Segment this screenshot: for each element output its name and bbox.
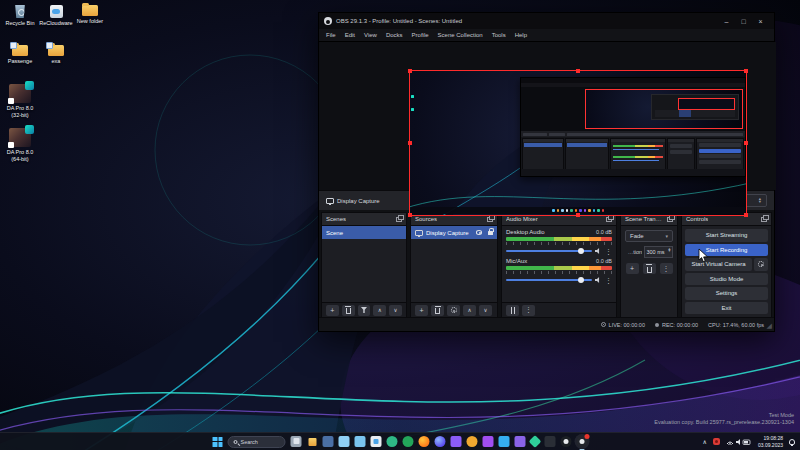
menu-profile[interactable]: Profile	[408, 30, 433, 40]
mixer-menu-button[interactable]	[522, 305, 535, 316]
desktop-icon-passenge[interactable]: Passenge	[2, 45, 38, 65]
selection-handle[interactable]	[744, 141, 748, 145]
taskbar-app-icon[interactable]	[323, 436, 334, 447]
selection-handle[interactable]	[408, 141, 412, 145]
add-transition-button[interactable]	[626, 263, 639, 274]
taskbar-visual-studio-icon[interactable]	[515, 436, 526, 447]
menu-tools[interactable]: Tools	[488, 30, 510, 40]
transition-properties-button[interactable]	[660, 263, 673, 274]
taskbar-app-icon[interactable]	[451, 436, 462, 447]
slider-knob[interactable]	[578, 277, 584, 283]
tray-status-icons[interactable]	[726, 438, 752, 446]
taskbar-app-icon[interactable]	[339, 436, 350, 447]
desktop-icon-dapro-64[interactable]: DA Pro 8.0 (64-bit)	[2, 128, 38, 162]
popout-icon[interactable]	[396, 217, 402, 222]
taskbar-app-icon[interactable]	[467, 436, 478, 447]
add-scene-button[interactable]	[326, 305, 339, 316]
move-source-down-button[interactable]	[479, 305, 492, 316]
mixer-settings-button[interactable]	[506, 305, 519, 316]
volume-slider[interactable]	[506, 250, 592, 252]
popout-icon[interactable]	[487, 217, 493, 222]
speaker-icon[interactable]	[595, 277, 602, 283]
popout-icon[interactable]	[667, 217, 673, 222]
minimize-button[interactable]	[718, 13, 735, 29]
remove-scene-button[interactable]	[342, 305, 355, 316]
slider-knob[interactable]	[578, 248, 584, 254]
taskbar-browser-icon[interactable]	[387, 436, 398, 447]
channel-menu-icon[interactable]: ⋮	[605, 277, 612, 284]
menu-scene-collection[interactable]: Scene Collection	[434, 30, 487, 40]
desktop-icon-recloudware[interactable]: ReCloudware	[38, 5, 74, 27]
start-recording-button[interactable]: Start Recording	[685, 244, 768, 257]
lock-icon[interactable]	[488, 231, 493, 235]
selection-handle[interactable]	[744, 69, 748, 73]
studio-mode-button[interactable]: Studio Mode	[685, 273, 768, 286]
virtual-camera-settings-button[interactable]	[754, 258, 768, 271]
move-scene-up-button[interactable]	[373, 305, 386, 316]
remove-source-button[interactable]	[431, 305, 444, 316]
speaker-icon[interactable]	[595, 248, 602, 254]
selection-handle[interactable]	[576, 213, 580, 217]
tray-chevron-icon[interactable]	[703, 438, 707, 445]
start-virtual-camera-button[interactable]: Start Virtual Camera	[685, 258, 752, 271]
taskbar-github-icon[interactable]	[561, 436, 572, 447]
move-scene-down-button[interactable]	[389, 305, 402, 316]
taskbar-obs-icon[interactable]	[577, 436, 588, 447]
taskbar-search[interactable]: Search	[228, 436, 286, 448]
transition-select[interactable]: Fade	[625, 230, 673, 242]
move-source-up-button[interactable]	[463, 305, 476, 316]
source-properties-button[interactable]	[447, 305, 460, 316]
remove-transition-button[interactable]	[643, 263, 656, 274]
settings-button[interactable]: Settings	[685, 287, 768, 300]
taskbar-browser-icon[interactable]	[403, 436, 414, 447]
desktop-icon-new-folder[interactable]: New folder	[72, 5, 108, 25]
spinner-icon[interactable]: ▴▾	[759, 198, 761, 203]
taskbar-app-icon[interactable]	[499, 436, 510, 447]
desktop-icon-dapro-32[interactable]: DA Pro 8.0 (32-bit)	[2, 84, 38, 118]
taskbar-firefox-nightly-icon[interactable]	[435, 436, 446, 447]
menu-help[interactable]: Help	[511, 30, 531, 40]
capture-selection-box[interactable]	[409, 70, 747, 216]
taskbar-firefox-icon[interactable]	[419, 436, 430, 447]
channel-menu-icon[interactable]: ⋮	[605, 248, 612, 255]
menu-file[interactable]: File	[322, 30, 340, 40]
menu-edit[interactable]: Edit	[341, 30, 359, 40]
taskbar-app-icon[interactable]	[529, 435, 542, 448]
desktop-icon-exa[interactable]: exa	[38, 45, 74, 65]
maximize-button[interactable]	[735, 13, 752, 29]
resize-grip[interactable]	[767, 322, 772, 330]
scene-item-selected[interactable]: Scene	[322, 226, 406, 239]
tray-obs-record-icon[interactable]	[713, 438, 720, 445]
menu-docks[interactable]: Docks	[382, 30, 407, 40]
scenes-header[interactable]: Scenes	[322, 213, 406, 226]
selection-handle[interactable]	[744, 213, 748, 217]
taskbar-file-explorer-icon[interactable]	[307, 436, 318, 447]
close-button[interactable]	[752, 13, 769, 29]
selection-handle[interactable]	[408, 213, 412, 217]
menu-view[interactable]: View	[360, 30, 381, 40]
taskbar-app-icon[interactable]	[483, 436, 494, 447]
selection-handle[interactable]	[576, 69, 580, 73]
taskbar-app-icon[interactable]	[545, 436, 556, 447]
taskbar-app-icon[interactable]	[355, 436, 366, 447]
popout-icon[interactable]	[606, 217, 612, 222]
start-streaming-button[interactable]: Start Streaming	[685, 229, 768, 242]
scene-filters-button[interactable]	[358, 305, 371, 316]
popout-icon[interactable]	[761, 217, 767, 222]
obs-titlebar[interactable]: OBS 29.1.3 - Profile: Untitled - Scenes:…	[319, 13, 774, 29]
selection-handle[interactable]	[408, 69, 412, 73]
duration-spinbox[interactable]: 300 ms ▴▾	[644, 246, 673, 258]
taskbar-microsoft-store-icon[interactable]	[371, 436, 382, 447]
source-item-selected[interactable]: Display Capture	[411, 226, 497, 239]
taskbar-task-view-icon[interactable]	[291, 436, 302, 447]
desktop-icon-label: exa	[52, 58, 61, 64]
exit-button[interactable]: Exit	[685, 302, 768, 315]
start-button[interactable]	[213, 437, 223, 447]
spinner-icon[interactable]: ▴▾	[668, 248, 670, 253]
visibility-eye-icon[interactable]	[476, 230, 482, 235]
add-source-button[interactable]	[415, 305, 428, 316]
notification-bell-icon[interactable]	[789, 439, 795, 445]
taskbar-clock[interactable]: 19:08:28 03.09.2023	[758, 435, 783, 448]
desktop-icon-recycle-bin[interactable]: Recycle Bin	[2, 5, 38, 27]
volume-slider[interactable]	[506, 279, 592, 281]
